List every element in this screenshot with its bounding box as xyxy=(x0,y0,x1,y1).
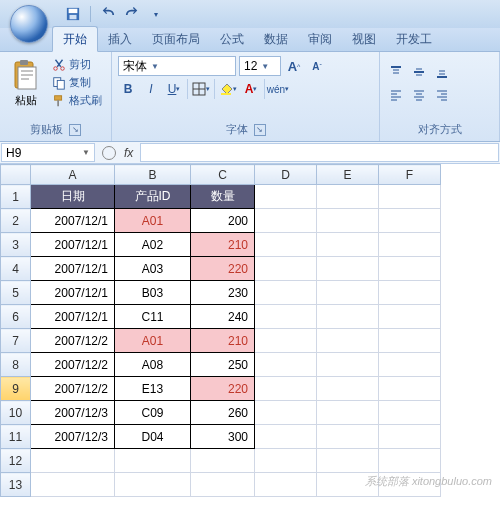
align-left-button[interactable] xyxy=(386,85,406,105)
cancel-icon[interactable] xyxy=(102,146,116,160)
cell[interactable] xyxy=(255,281,317,305)
bold-button[interactable]: B xyxy=(118,79,138,99)
row-header[interactable]: 13 xyxy=(1,473,31,497)
cell[interactable] xyxy=(317,377,379,401)
cell-qty[interactable]: 220 xyxy=(191,377,255,401)
row-header[interactable]: 11 xyxy=(1,425,31,449)
cell[interactable] xyxy=(317,233,379,257)
tab-insert[interactable]: 插入 xyxy=(98,27,142,51)
row-header[interactable]: 10 xyxy=(1,401,31,425)
cell-pid[interactable]: A08 xyxy=(115,353,191,377)
tab-data[interactable]: 数据 xyxy=(254,27,298,51)
cell-date[interactable]: 2007/12/2 xyxy=(31,353,115,377)
cell[interactable] xyxy=(317,209,379,233)
worksheet-grid[interactable]: A B C D E F 1 日期 产品ID 数量 2 2007/12/1 A01… xyxy=(0,164,500,497)
cell-date[interactable]: 2007/12/1 xyxy=(31,209,115,233)
cell-qty[interactable]: 250 xyxy=(191,353,255,377)
cell[interactable] xyxy=(317,473,379,497)
tab-developer[interactable]: 开发工 xyxy=(386,27,442,51)
align-bottom-button[interactable] xyxy=(432,62,452,82)
cell[interactable] xyxy=(255,185,317,209)
office-orb[interactable] xyxy=(10,5,48,43)
cell-qty[interactable]: 210 xyxy=(191,233,255,257)
cell[interactable] xyxy=(255,353,317,377)
cell-date[interactable]: 2007/12/1 xyxy=(31,281,115,305)
row-header[interactable]: 5 xyxy=(1,281,31,305)
cell[interactable] xyxy=(379,305,441,329)
cell[interactable] xyxy=(379,425,441,449)
row-header[interactable]: 8 xyxy=(1,353,31,377)
col-header-C[interactable]: C xyxy=(191,165,255,185)
cell[interactable] xyxy=(191,449,255,473)
cell[interactable] xyxy=(379,233,441,257)
cell[interactable] xyxy=(317,449,379,473)
cell-pid[interactable]: A02 xyxy=(115,233,191,257)
font-color-button[interactable]: A▾ xyxy=(241,79,261,99)
cell-qty[interactable]: 300 xyxy=(191,425,255,449)
cell[interactable] xyxy=(379,281,441,305)
cell[interactable] xyxy=(255,209,317,233)
tab-view[interactable]: 视图 xyxy=(342,27,386,51)
tab-layout[interactable]: 页面布局 xyxy=(142,27,210,51)
cell-date[interactable]: 2007/12/2 xyxy=(31,329,115,353)
cell-date[interactable]: 2007/12/2 xyxy=(31,377,115,401)
grow-font-button[interactable]: A^ xyxy=(284,56,304,76)
align-top-button[interactable] xyxy=(386,62,406,82)
cell[interactable] xyxy=(317,329,379,353)
cell[interactable] xyxy=(317,305,379,329)
col-header-F[interactable]: F xyxy=(379,165,441,185)
cell-pid[interactable]: E13 xyxy=(115,377,191,401)
save-icon[interactable] xyxy=(64,5,82,23)
cell[interactable] xyxy=(255,449,317,473)
cell-qty[interactable]: 230 xyxy=(191,281,255,305)
cell-qty[interactable]: 210 xyxy=(191,329,255,353)
cell-pid[interactable]: C09 xyxy=(115,401,191,425)
row-header[interactable]: 2 xyxy=(1,209,31,233)
cell[interactable] xyxy=(255,425,317,449)
cell[interactable] xyxy=(379,377,441,401)
font-size-combo[interactable]: 12▼ xyxy=(239,56,281,76)
cell[interactable] xyxy=(115,473,191,497)
cell[interactable] xyxy=(31,449,115,473)
row-header[interactable]: 4 xyxy=(1,257,31,281)
cell[interactable] xyxy=(191,473,255,497)
cut-button[interactable]: 剪切 xyxy=(50,56,104,73)
col-header-A[interactable]: A xyxy=(31,165,115,185)
cell[interactable] xyxy=(379,257,441,281)
cell[interactable] xyxy=(255,473,317,497)
cell[interactable] xyxy=(317,401,379,425)
name-box[interactable]: H9 ▼ xyxy=(1,143,95,162)
cell[interactable] xyxy=(317,281,379,305)
font-dialog-launcher[interactable]: ↘ xyxy=(254,124,266,136)
cell[interactable] xyxy=(379,329,441,353)
qat-customize-icon[interactable]: ▾ xyxy=(147,5,165,23)
cell-qty[interactable]: 220 xyxy=(191,257,255,281)
undo-icon[interactable] xyxy=(99,5,117,23)
font-name-combo[interactable]: 宋体▼ xyxy=(118,56,236,76)
row-header[interactable]: 3 xyxy=(1,233,31,257)
align-middle-button[interactable] xyxy=(409,62,429,82)
tab-formulas[interactable]: 公式 xyxy=(210,27,254,51)
cell[interactable] xyxy=(115,449,191,473)
cell[interactable] xyxy=(31,473,115,497)
cell[interactable] xyxy=(317,257,379,281)
border-button[interactable]: ▾ xyxy=(191,79,211,99)
cell[interactable] xyxy=(379,185,441,209)
cell[interactable] xyxy=(379,353,441,377)
copy-button[interactable]: 复制 xyxy=(50,74,104,91)
cell-pid[interactable]: A01 xyxy=(115,209,191,233)
tab-review[interactable]: 审阅 xyxy=(298,27,342,51)
clipboard-dialog-launcher[interactable]: ↘ xyxy=(69,124,81,136)
align-center-button[interactable] xyxy=(409,85,429,105)
cell-date[interactable]: 2007/12/1 xyxy=(31,305,115,329)
cell[interactable] xyxy=(255,329,317,353)
cell[interactable] xyxy=(379,449,441,473)
italic-button[interactable]: I xyxy=(141,79,161,99)
cell[interactable] xyxy=(317,185,379,209)
cell[interactable] xyxy=(379,401,441,425)
cell-date[interactable]: 2007/12/3 xyxy=(31,425,115,449)
header-qty[interactable]: 数量 xyxy=(191,185,255,209)
cell-date[interactable]: 2007/12/1 xyxy=(31,257,115,281)
shrink-font-button[interactable]: Aˇ xyxy=(307,56,327,76)
row-header[interactable]: 6 xyxy=(1,305,31,329)
